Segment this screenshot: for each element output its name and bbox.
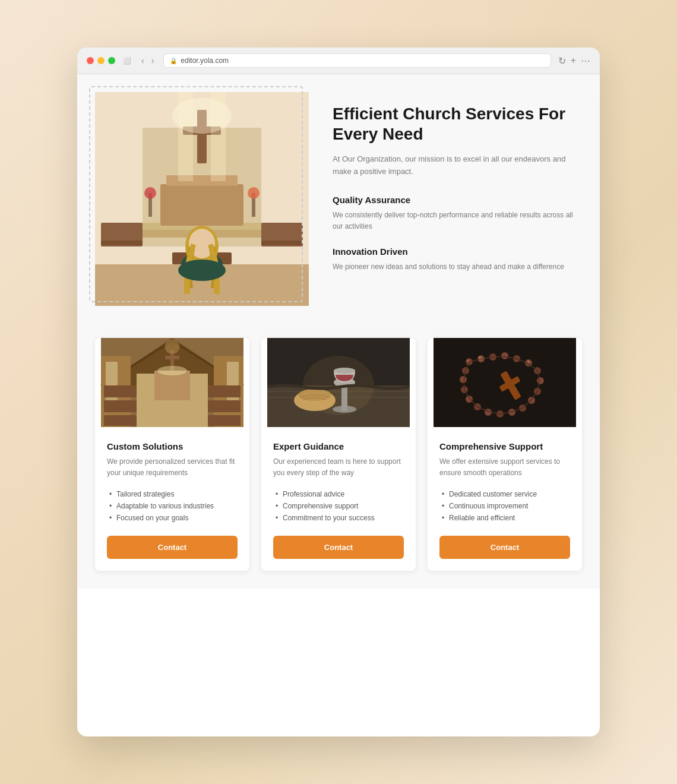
hero-image-container xyxy=(95,92,309,308)
list-item: Commitment to your success xyxy=(273,512,404,524)
card-expert-guidance: Expert Guidance Our experienced team is … xyxy=(261,338,416,571)
svg-rect-35 xyxy=(106,362,118,385)
card-expert-guidance-body: Expert Guidance Our experienced team is … xyxy=(261,429,416,571)
browser-content: Efficient Church Services For Every Need… xyxy=(77,74,600,589)
card-expert-guidance-list: Professional advice Comprehensive suppor… xyxy=(273,488,404,524)
svg-rect-42 xyxy=(104,415,137,426)
card-comprehensive-support-title: Comprehensive Support xyxy=(439,441,570,451)
list-item: Professional advice xyxy=(273,488,404,500)
card-custom-solutions-list: Tailored strategies Adaptable to various… xyxy=(107,488,238,524)
svg-rect-7 xyxy=(166,175,238,186)
svg-rect-44 xyxy=(208,400,241,412)
svg-point-88 xyxy=(527,361,530,363)
svg-rect-37 xyxy=(227,362,239,385)
traffic-light-red[interactable] xyxy=(87,57,94,64)
list-item: Comprehensive support xyxy=(273,500,404,512)
list-item: Continuous improvement xyxy=(439,500,570,512)
svg-rect-17 xyxy=(261,241,303,245)
svg-rect-45 xyxy=(208,415,241,426)
url-text: editor.yola.com xyxy=(181,56,229,65)
svg-rect-6 xyxy=(160,184,243,226)
traffic-light-green[interactable] xyxy=(108,57,115,64)
feature-quality-title: Quality Assurance xyxy=(333,195,582,205)
browser-actions: ↻ + ⋯ xyxy=(558,55,590,67)
address-bar[interactable]: 🔒 editor.yola.com xyxy=(163,53,551,68)
svg-point-80 xyxy=(466,396,473,403)
sidebar-icon: ⬜ xyxy=(122,56,132,65)
svg-rect-48 xyxy=(165,356,179,359)
svg-rect-40 xyxy=(104,385,137,397)
browser-chrome: ⬜ ‹ › 🔒 editor.yola.com ↻ + ⋯ xyxy=(77,48,600,74)
list-item: Reliable and efficient xyxy=(439,512,570,524)
forward-button[interactable]: › xyxy=(149,55,157,67)
svg-point-50 xyxy=(165,340,179,354)
svg-rect-43 xyxy=(208,385,241,397)
hero-subtitle: At Our Organization, our mission is to e… xyxy=(333,153,582,178)
feature-innovation-text: We pioneer new ideas and solutions to st… xyxy=(333,261,582,273)
card-comprehensive-support-body: Comprehensive Support We offer extensive… xyxy=(428,429,582,571)
list-item: Adaptable to various industries xyxy=(107,500,238,512)
svg-point-27 xyxy=(172,98,232,134)
feature-quality-text: We consistently deliver top-notch perfor… xyxy=(333,210,582,232)
feature-quality: Quality Assurance We consistently delive… xyxy=(333,195,582,232)
card-expert-guidance-desc: Our experienced team is here to support … xyxy=(273,456,404,479)
hero-text: Efficient Church Services For Every Need… xyxy=(333,92,582,287)
hero-image xyxy=(95,92,309,306)
hero-title: Efficient Church Services For Every Need xyxy=(333,104,582,144)
traffic-light-yellow[interactable] xyxy=(97,57,105,64)
svg-point-74 xyxy=(528,397,535,404)
lock-icon: 🔒 xyxy=(170,58,177,64)
svg-rect-15 xyxy=(101,241,143,245)
svg-point-13 xyxy=(248,187,260,199)
cards-section: Custom Solutions We provide personalized… xyxy=(95,338,582,571)
list-item: Dedicated customer service xyxy=(439,488,570,500)
card-custom-solutions-title: Custom Solutions xyxy=(107,441,238,451)
card-image-communion xyxy=(261,338,416,427)
svg-point-82 xyxy=(460,376,467,383)
browser-window: ⬜ ‹ › 🔒 editor.yola.com ↻ + ⋯ xyxy=(77,48,600,736)
card-expert-guidance-title: Expert Guidance xyxy=(273,441,404,451)
card-comprehensive-support-list: Dedicated customer service Continuous im… xyxy=(439,488,570,524)
nav-buttons: ‹ › xyxy=(139,55,156,67)
card-image-rosary xyxy=(428,338,582,427)
svg-rect-62 xyxy=(434,338,576,427)
svg-rect-41 xyxy=(104,400,137,412)
svg-point-68 xyxy=(501,352,508,359)
svg-point-11 xyxy=(144,187,156,199)
card-custom-solutions: Custom Solutions We provide personalized… xyxy=(95,338,249,571)
card-custom-solutions-body: Custom Solutions We provide personalized… xyxy=(95,429,249,571)
list-item: Tailored strategies xyxy=(107,488,238,500)
card-image-church-interior xyxy=(95,338,249,427)
card-custom-solutions-contact-button[interactable]: Contact xyxy=(107,536,238,559)
svg-point-72 xyxy=(537,377,544,384)
card-comprehensive-support-contact-button[interactable]: Contact xyxy=(439,536,570,559)
svg-point-49 xyxy=(157,366,187,375)
card-expert-guidance-contact-button[interactable]: Contact xyxy=(273,536,404,559)
reload-icon[interactable]: ↻ xyxy=(558,55,566,67)
add-tab-icon[interactable]: + xyxy=(571,55,576,67)
svg-point-87 xyxy=(479,356,481,359)
svg-point-86 xyxy=(467,359,469,362)
card-custom-solutions-desc: We provide personalized services that fi… xyxy=(107,456,238,479)
traffic-lights xyxy=(87,57,115,64)
back-button[interactable]: ‹ xyxy=(139,55,147,67)
feature-innovation: Innovation Driven We pioneer new ideas a… xyxy=(333,246,582,273)
hero-section: Efficient Church Services For Every Need… xyxy=(95,92,582,308)
card-comprehensive-support: Comprehensive Support We offer extensive… xyxy=(428,338,582,571)
more-icon[interactable]: ⋯ xyxy=(581,55,590,67)
list-item: Focused on your goals xyxy=(107,512,238,524)
feature-innovation-title: Innovation Driven xyxy=(333,246,582,257)
card-comprehensive-support-desc: We offer extensive support services to e… xyxy=(439,456,570,479)
svg-point-24 xyxy=(178,260,226,281)
